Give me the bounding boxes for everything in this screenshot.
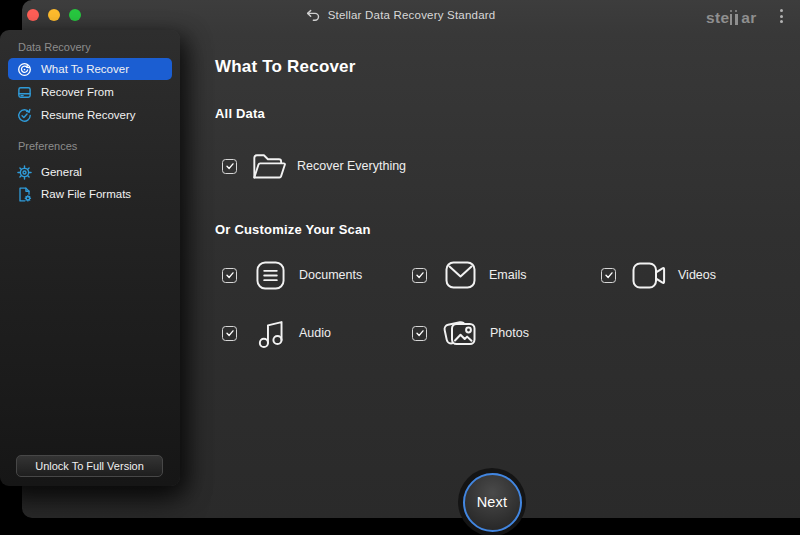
music-note-icon bbox=[253, 318, 287, 349]
sidebar-item-label: Resume Recovery bbox=[41, 109, 136, 121]
stellar-logo: ste ar bbox=[706, 6, 757, 25]
emails-label: Emails bbox=[489, 268, 527, 282]
videos-checkbox[interactable] bbox=[601, 268, 616, 283]
category-item-videos: Videos bbox=[601, 260, 716, 290]
resume-check-circle-icon bbox=[16, 107, 32, 123]
sidebar-section-preferences: Preferences bbox=[18, 140, 77, 152]
vertical-ellipsis-menu-icon[interactable] bbox=[774, 7, 788, 25]
open-folder-icon bbox=[251, 150, 289, 183]
photos-label: Photos bbox=[490, 326, 529, 340]
email-envelope-icon bbox=[443, 261, 477, 289]
unlock-full-version-button[interactable]: Unlock To Full Version bbox=[16, 455, 163, 477]
titlebar[interactable] bbox=[22, 0, 800, 30]
zoom-window-button[interactable] bbox=[69, 9, 81, 21]
sidebar-item-raw-file-formats[interactable]: Raw File Formats bbox=[8, 183, 172, 205]
recover-circular-arrow-icon bbox=[16, 61, 32, 77]
category-item-emails: Emails bbox=[412, 260, 527, 290]
sidebar: Data Recovery What To Recover bbox=[0, 30, 180, 486]
file-gear-icon bbox=[16, 186, 32, 202]
logo-double-l-mark bbox=[730, 9, 740, 25]
photos-checkbox[interactable] bbox=[412, 326, 427, 341]
all-data-heading: All Data bbox=[215, 106, 265, 121]
close-window-button[interactable] bbox=[27, 9, 39, 21]
sidebar-item-label: What To Recover bbox=[41, 63, 129, 75]
next-button-backdrop: Next bbox=[458, 468, 526, 535]
drive-icon bbox=[16, 84, 32, 100]
recover-everything-item: Recover Everything bbox=[222, 147, 406, 185]
category-item-photos: Photos bbox=[412, 318, 529, 348]
audio-checkbox[interactable] bbox=[222, 326, 237, 341]
customize-scan-heading: Or Customize Your Scan bbox=[215, 222, 371, 237]
sidebar-item-what-to-recover[interactable]: What To Recover bbox=[8, 58, 172, 80]
page-title: What To Recover bbox=[215, 57, 356, 77]
documents-label: Documents bbox=[299, 268, 362, 282]
sidebar-item-resume-recovery[interactable]: Resume Recovery bbox=[8, 104, 172, 126]
sidebar-item-label: General bbox=[41, 166, 82, 178]
next-button[interactable]: Next bbox=[463, 473, 522, 532]
category-item-documents: Documents bbox=[222, 260, 362, 290]
documents-icon bbox=[253, 261, 287, 290]
videos-label: Videos bbox=[678, 268, 716, 282]
emails-checkbox[interactable] bbox=[412, 268, 427, 283]
documents-checkbox[interactable] bbox=[222, 268, 237, 283]
sidebar-section-data-recovery: Data Recovery bbox=[18, 41, 91, 53]
recover-everything-label: Recover Everything bbox=[297, 159, 406, 173]
video-camera-icon bbox=[632, 262, 666, 289]
audio-label: Audio bbox=[299, 326, 331, 340]
minimize-window-button[interactable] bbox=[48, 9, 60, 21]
logo-text-ste: ste bbox=[706, 10, 729, 26]
sidebar-item-label: Raw File Formats bbox=[41, 188, 131, 200]
screen: Stellar Data Recovery Standard ste ar Wh… bbox=[0, 0, 800, 535]
category-item-audio: Audio bbox=[222, 318, 331, 348]
gear-icon bbox=[16, 164, 32, 180]
photos-icon bbox=[442, 317, 478, 349]
logo-text-ar: ar bbox=[741, 10, 756, 26]
sidebar-item-recover-from[interactable]: Recover From bbox=[8, 81, 172, 103]
sidebar-item-general[interactable]: General bbox=[8, 161, 172, 183]
sidebar-item-label: Recover From bbox=[41, 86, 114, 98]
recover-everything-checkbox[interactable] bbox=[222, 159, 237, 174]
